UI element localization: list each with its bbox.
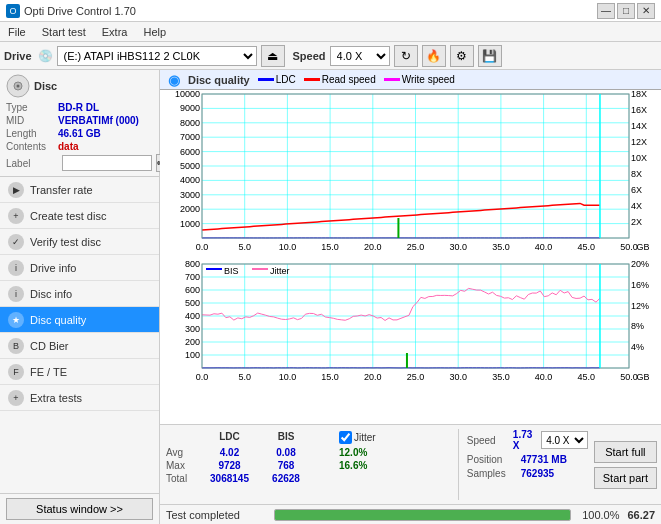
nav-disc-info-label: Disc info (30, 288, 72, 300)
speed-display-value: 1.73 X (513, 429, 537, 451)
app-icon: O (6, 4, 20, 18)
total-label: Total (166, 473, 198, 484)
disc-mid-row: MID VERBATIMf (000) (6, 115, 153, 126)
length-value: 46.61 GB (58, 128, 101, 139)
stats-max-row: Max 9728 768 16.6% (166, 460, 450, 471)
stats-panel: LDC BIS Jitter Avg 4.02 0.08 12.0% (160, 424, 661, 504)
save-button[interactable]: 💾 (478, 45, 502, 67)
status-bar: Test completed 100.0% 66.27 (160, 504, 661, 524)
max-ldc: 9728 (202, 460, 257, 471)
nav-cd-bier-label: CD Bier (30, 340, 69, 352)
legend-ldc: LDC (258, 74, 296, 85)
legend-ldc-color (258, 78, 274, 81)
maximize-button[interactable]: □ (617, 3, 635, 19)
drive-select[interactable]: (E:) ATAPI iHBS112 2 CL0K (57, 46, 257, 66)
contents-key: Contents (6, 141, 58, 152)
nav-drive-info[interactable]: i Drive info (0, 255, 159, 281)
svg-point-2 (17, 85, 20, 88)
top-chart-canvas (160, 90, 661, 260)
label-input[interactable] (62, 155, 152, 171)
verify-test-disc-icon: ✓ (8, 234, 24, 250)
max-jitter: 16.6% (339, 460, 367, 471)
menu-file[interactable]: File (4, 25, 30, 39)
disc-header: Disc (6, 74, 153, 98)
legend-write-speed-color (384, 78, 400, 81)
disc-panel: Disc Type BD-R DL MID VERBATIMf (000) Le… (0, 70, 159, 177)
app-title: Opti Drive Control 1.70 (24, 5, 136, 17)
jitter-checkbox[interactable] (339, 431, 352, 444)
jitter-label: Jitter (354, 432, 376, 443)
speed-key: Speed (467, 435, 509, 446)
top-chart-area (160, 90, 661, 260)
samples-value: 762935 (521, 468, 554, 479)
speed-select-small[interactable]: 4.0 X (541, 431, 588, 449)
start-full-button[interactable]: Start full (594, 441, 657, 463)
max-bis: 768 (261, 460, 311, 471)
drive-icon: 💿 (38, 49, 53, 63)
nav-transfer-rate-label: Transfer rate (30, 184, 93, 196)
disc-contents-row: Contents data (6, 141, 153, 152)
menu-help[interactable]: Help (139, 25, 170, 39)
disc-type-row: Type BD-R DL (6, 102, 153, 113)
close-button[interactable]: ✕ (637, 3, 655, 19)
legend-write-speed-label: Write speed (402, 74, 455, 85)
nav-disc-quality[interactable]: ★ Disc quality (0, 307, 159, 333)
fe-te-icon: F (8, 364, 24, 380)
mid-value: VERBATIMf (000) (58, 115, 139, 126)
start-part-button[interactable]: Start part (594, 467, 657, 489)
stats-avg-row: Avg 4.02 0.08 12.0% (166, 447, 450, 458)
nav-create-test-disc[interactable]: + Create test disc (0, 203, 159, 229)
action-buttons: Start full Start part (594, 429, 657, 500)
nav-verify-test-disc[interactable]: ✓ Verify test disc (0, 229, 159, 255)
nav-disc-info[interactable]: i Disc info (0, 281, 159, 307)
settings-button[interactable]: ⚙ (450, 45, 474, 67)
speed-label: Speed (293, 50, 326, 62)
disc-quality-icon: ★ (8, 312, 24, 328)
title-bar: O Opti Drive Control 1.70 — □ ✕ (0, 0, 661, 22)
eject-button[interactable]: ⏏ (261, 45, 285, 67)
menu-extra[interactable]: Extra (98, 25, 132, 39)
mid-key: MID (6, 115, 58, 126)
max-spacer (315, 460, 335, 471)
contents-value: data (58, 141, 79, 152)
menu-start-test[interactable]: Start test (38, 25, 90, 39)
avg-spacer (315, 447, 335, 458)
nav-transfer-rate[interactable]: ▶ Transfer rate (0, 177, 159, 203)
disc-title: Disc (34, 80, 57, 92)
progress-pct: 100.0% (579, 509, 619, 521)
nav-cd-bier[interactable]: B CD Bier (0, 333, 159, 359)
samples-key: Samples (467, 468, 517, 479)
status-text: Test completed (166, 509, 266, 521)
stats-total-row: Total 3068145 62628 (166, 473, 450, 484)
nav-create-test-disc-label: Create test disc (30, 210, 106, 222)
refresh-button[interactable]: ↻ (394, 45, 418, 67)
toolbar: Drive 💿 (E:) ATAPI iHBS112 2 CL0K ⏏ Spee… (0, 42, 661, 70)
legend-write-speed: Write speed (384, 74, 455, 85)
position-value: 47731 MB (521, 454, 567, 465)
status-btn-area: Status window >> (0, 493, 159, 524)
content-area: ◉ Disc quality LDC Read speed Write spee… (160, 70, 661, 524)
minimize-button[interactable]: — (597, 3, 615, 19)
nav-fe-te[interactable]: F FE / TE (0, 359, 159, 385)
status-window-button[interactable]: Status window >> (6, 498, 153, 520)
chart-header-icon: ◉ (168, 72, 180, 88)
title-bar-left: O Opti Drive Control 1.70 (6, 4, 136, 18)
main-layout: Disc Type BD-R DL MID VERBATIMf (000) Le… (0, 70, 661, 524)
total-ldc: 3068145 (202, 473, 257, 484)
progress-fill (275, 510, 570, 520)
stats-table: LDC BIS Jitter Avg 4.02 0.08 12.0% (164, 429, 452, 500)
drive-info-icon: i (8, 260, 24, 276)
avg-jitter: 12.0% (339, 447, 367, 458)
burn-button[interactable]: 🔥 (422, 45, 446, 67)
length-key: Length (6, 128, 58, 139)
jitter-checkbox-area: Jitter (339, 431, 376, 444)
position-key: Position (467, 454, 517, 465)
progress-bar (274, 509, 571, 521)
bottom-chart-canvas (160, 260, 661, 390)
total-bis: 62628 (261, 473, 311, 484)
nav-extra-tests[interactable]: + Extra tests (0, 385, 159, 411)
speed-select[interactable]: 4.0 X 1.0 X 2.0 X 6.0 X 8.0 X (330, 46, 390, 66)
sidebar: Disc Type BD-R DL MID VERBATIMf (000) Le… (0, 70, 160, 524)
disc-length-row: Length 46.61 GB (6, 128, 153, 139)
avg-label: Avg (166, 447, 198, 458)
